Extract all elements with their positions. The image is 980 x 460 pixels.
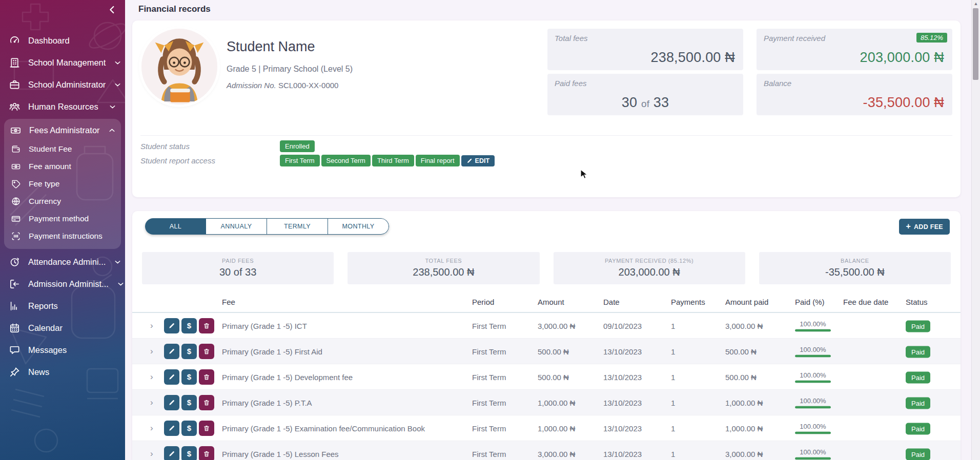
fee-name: Primary (Grade 1 -5) Development fee bbox=[222, 372, 353, 381]
column-header-amount: Amount bbox=[538, 298, 564, 306]
pay-fee-button[interactable]: $ bbox=[181, 446, 197, 460]
row-expand-icon[interactable]: › bbox=[150, 398, 153, 408]
table-row: ›$Primary (Grade 1 -5) Development feeFi… bbox=[132, 364, 961, 390]
column-header-status: Status bbox=[906, 298, 928, 306]
pencil-icon bbox=[466, 158, 473, 164]
edit-fee-button[interactable] bbox=[164, 344, 179, 359]
main-content: Financial records bbox=[125, 0, 972, 460]
column-header-date: Date bbox=[603, 298, 620, 306]
summary-box-payment-received-85-12: PAYMENT RECEIVED (85.12%)203,000.00 ₦ bbox=[554, 252, 745, 284]
pay-fee-button[interactable]: $ bbox=[181, 344, 197, 359]
sidebar-item-admission-administ[interactable]: Admission Administ... bbox=[0, 273, 125, 295]
tab-annualy[interactable]: ANNUALY bbox=[206, 218, 267, 235]
sidebar-item-payment-method[interactable]: Payment method bbox=[4, 210, 121, 227]
banknote-icon bbox=[10, 124, 22, 136]
chevron-down-icon bbox=[108, 102, 117, 111]
sidebar-item-human-resources[interactable]: Human Resources bbox=[0, 96, 125, 118]
chevron-down-icon bbox=[113, 80, 122, 89]
fees-summary-row: PAID FEES30 of 33TOTAL FEES238,500.00 ₦P… bbox=[142, 252, 951, 284]
row-expand-icon[interactable]: › bbox=[150, 321, 153, 331]
table-row: ›$Primary (Grade 1 -5) Examination fee/C… bbox=[132, 415, 961, 441]
report-badge-second-term: Second Term bbox=[321, 155, 371, 166]
delete-fee-button[interactable] bbox=[199, 369, 214, 385]
edit-report-access-button[interactable]: EDIT bbox=[461, 155, 495, 166]
row-expand-icon[interactable]: › bbox=[150, 346, 153, 357]
add-fee-button[interactable]: + ADD FEE bbox=[899, 219, 950, 235]
fee-status: Paid bbox=[906, 347, 930, 356]
paid-progress-bar bbox=[795, 329, 831, 331]
tab-monthly[interactable]: MONTHLY bbox=[328, 218, 389, 235]
building-icon bbox=[9, 57, 21, 69]
delete-fee-button[interactable] bbox=[199, 446, 214, 460]
vertical-scrollbar[interactable]: ▲ bbox=[971, 0, 980, 460]
fee-name: Primary (Grade 1 -5) First Aid bbox=[222, 347, 322, 356]
chevron-down-icon bbox=[113, 258, 122, 266]
row-expand-icon[interactable]: › bbox=[150, 372, 153, 382]
summary-box-total-fees: TOTAL FEES238,500.00 ₦ bbox=[348, 252, 539, 284]
pay-fee-button[interactable]: $ bbox=[181, 318, 197, 333]
edit-fee-button[interactable] bbox=[164, 318, 179, 333]
pay-fee-button[interactable]: $ bbox=[181, 395, 197, 410]
sidebar-item-calendar[interactable]: Calendar bbox=[0, 317, 125, 339]
fee-status: Paid bbox=[906, 321, 930, 330]
fee-amount: 500.00 ₦ bbox=[538, 372, 569, 381]
calendar-icon bbox=[9, 322, 21, 334]
pay-fee-button[interactable]: $ bbox=[181, 369, 197, 385]
fee-paid-percent: 100.00% bbox=[795, 448, 831, 459]
sidebar-collapse-button[interactable] bbox=[107, 4, 120, 17]
messages-icon bbox=[9, 344, 21, 356]
edit-fee-button[interactable] bbox=[164, 369, 179, 385]
sidebar-item-fees-administrator[interactable]: Fees Administrator bbox=[4, 120, 121, 140]
fee-status: Paid bbox=[906, 398, 930, 407]
sidebar-item-news[interactable]: News bbox=[0, 361, 125, 383]
sidebar-item-attendance-admini[interactable]: Attendance Admini... bbox=[0, 251, 125, 273]
fee-paid-percent: 100.00% bbox=[795, 320, 831, 331]
fee-paid-percent: 100.00% bbox=[795, 422, 831, 434]
student-name: Student Name bbox=[227, 39, 315, 55]
student-card-divider bbox=[140, 135, 952, 136]
paid-progress-bar bbox=[795, 457, 831, 459]
sidebar-item-currency[interactable]: Currency bbox=[4, 193, 121, 210]
fee-status: Paid bbox=[906, 372, 930, 381]
sidebar-item-fee-amount[interactable]: Fee amount bbox=[4, 158, 121, 175]
edit-fee-button[interactable] bbox=[164, 446, 179, 460]
paid-progress-bar bbox=[795, 431, 831, 434]
edit-fee-button[interactable] bbox=[164, 421, 179, 436]
row-expand-icon[interactable]: › bbox=[150, 423, 153, 433]
delete-fee-button[interactable] bbox=[199, 344, 214, 359]
sidebar-item-messages[interactable]: Messages bbox=[0, 339, 125, 361]
sidebar-item-fee-type[interactable]: Fee type bbox=[4, 175, 121, 193]
tab-termly[interactable]: TERMLY bbox=[267, 218, 328, 235]
delete-fee-button[interactable] bbox=[199, 318, 214, 333]
paid-progress-bar bbox=[795, 406, 831, 408]
table-row: ›$Primary (Grade 1 -5) ICTFirst Term3,00… bbox=[132, 313, 961, 339]
stat-balance: Balance -35,500.00 ₦ bbox=[757, 74, 952, 115]
fee-amount-paid: 500.00 ₦ bbox=[725, 372, 757, 381]
chevron-down-icon bbox=[116, 280, 125, 288]
row-expand-icon[interactable]: › bbox=[150, 449, 153, 459]
sidebar-item-reports[interactable]: Reports bbox=[0, 295, 125, 317]
row-actions: $ bbox=[164, 369, 214, 385]
delete-fee-button[interactable] bbox=[199, 421, 214, 436]
status-paid-badge: Paid bbox=[906, 448, 930, 460]
pay-fee-button[interactable]: $ bbox=[181, 421, 197, 436]
scroll-up-icon[interactable]: ▲ bbox=[972, 1, 980, 6]
delete-fee-button[interactable] bbox=[199, 395, 214, 410]
sidebar-item-dashboard[interactable]: Dashboard bbox=[0, 30, 125, 52]
summary-box-paid-fees: PAID FEES30 of 33 bbox=[142, 252, 334, 284]
tab-all[interactable]: ALL bbox=[145, 218, 206, 235]
sidebar: DashboardSchool ManagementSchool Adminis… bbox=[0, 0, 125, 460]
summary-box-balance: BALANCE-35,500.00 ₦ bbox=[759, 252, 951, 284]
column-header-paid: Paid (%) bbox=[795, 298, 825, 306]
sidebar-item-payment-instructions[interactable]: Payment instructions bbox=[4, 227, 121, 245]
fee-date: 09/10/2023 bbox=[603, 321, 642, 330]
fee-paid-percent: 100.00% bbox=[795, 371, 831, 383]
fee-amount-paid: 3,000.00 ₦ bbox=[725, 321, 763, 330]
sidebar-item-school-management[interactable]: School Management bbox=[0, 52, 125, 74]
sidebar-item-student-fee[interactable]: Student Fee bbox=[4, 140, 121, 158]
sidebar-item-school-administrator[interactable]: School Administrator bbox=[0, 74, 125, 96]
edit-fee-button[interactable] bbox=[164, 395, 179, 410]
scrollbar-thumb[interactable] bbox=[973, 8, 978, 80]
student-grade-line: Grade 5 | Primary School (Level 5) bbox=[227, 65, 353, 74]
student-admission: Admission No. SCL000-XX-0000 bbox=[227, 81, 338, 90]
